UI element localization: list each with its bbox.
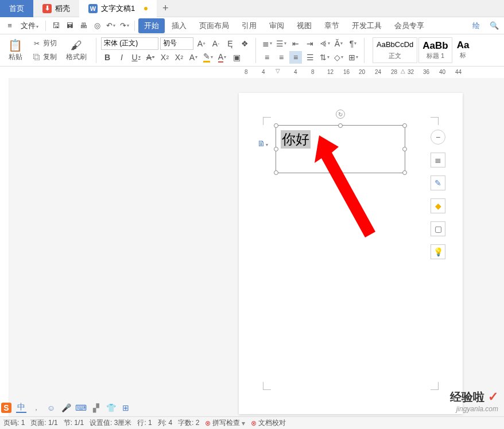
textbox[interactable]: ↻ 你好	[276, 125, 405, 173]
status-page[interactable]: 页面: 1/1	[30, 418, 57, 428]
emoji-icon[interactable]: ☺	[46, 403, 56, 413]
hamburger-icon[interactable]: ≡	[3, 20, 16, 32]
shading-button[interactable]: ◇▾	[332, 51, 345, 64]
right-indent-marker-icon[interactable]: △	[401, 68, 405, 74]
format-painter-button[interactable]: 🖌 格式刷	[61, 37, 91, 64]
resize-handle[interactable]	[402, 123, 407, 128]
style-heading2[interactable]: Aa 标	[453, 37, 473, 63]
sort-button[interactable]: Ă▾	[332, 37, 345, 50]
resize-handle[interactable]	[274, 147, 278, 151]
save-as-icon[interactable]: 🖬	[63, 20, 76, 32]
numbered-list-button[interactable]: ☰▾	[275, 37, 288, 50]
char-border-button[interactable]: ▣	[230, 51, 243, 64]
fill-button[interactable]: ◆	[431, 198, 445, 213]
align-left-button[interactable]: ≡	[261, 51, 273, 64]
text-effects-button[interactable]: A▾	[187, 51, 200, 64]
status-page-no[interactable]: 页码: 1	[3, 418, 25, 428]
bullet-list-button[interactable]: ≣▾	[261, 37, 273, 50]
print-icon[interactable]: 🖶	[77, 20, 90, 32]
ideas-button[interactable]: 💡	[431, 244, 445, 259]
subscript-button[interactable]: X2	[173, 51, 185, 64]
resize-handle[interactable]	[274, 123, 278, 128]
paste-button[interactable]: 📋 粘贴	[3, 37, 27, 64]
copy-button[interactable]: ⿻复制	[29, 51, 59, 64]
resize-handle[interactable]	[402, 147, 407, 151]
font-family-select[interactable]	[101, 37, 158, 50]
collapse-button[interactable]: −	[431, 130, 445, 145]
shape-button[interactable]: ▢	[431, 221, 445, 236]
status-spellcheck[interactable]: ⊗拼写检查▾	[205, 418, 245, 428]
menu-page-layout[interactable]: 页面布局	[193, 18, 235, 33]
menu-insert[interactable]: 插入	[166, 18, 192, 33]
tab-settings-button[interactable]: ⫷▾	[318, 37, 331, 50]
logo-icon[interactable]: S	[1, 403, 11, 413]
highlight-button[interactable]: ✎▾	[201, 51, 214, 64]
bold-button[interactable]: B	[101, 51, 114, 64]
underline-button[interactable]: U▾	[130, 51, 142, 64]
status-chars[interactable]: 字数: 2	[178, 418, 199, 428]
tab-home[interactable]: 首页	[0, 0, 33, 17]
print-preview-icon[interactable]: ◎	[91, 20, 103, 32]
tab-docer[interactable]: ⬇ 稻壳	[33, 0, 79, 17]
undo-icon[interactable]: ↶▾	[104, 20, 117, 32]
borders-button[interactable]: ⊞▾	[347, 51, 359, 64]
redo-icon[interactable]: ↷▾	[118, 20, 131, 32]
menu-view[interactable]: 视图	[291, 18, 317, 33]
menu-dev-tools[interactable]: 开发工具	[346, 18, 387, 33]
menu-start[interactable]: 开始	[138, 18, 165, 33]
menu-draw[interactable]: 绘	[467, 18, 486, 33]
cut-button[interactable]: ✂剪切	[29, 37, 59, 50]
save-icon[interactable]: 🖫	[49, 20, 62, 32]
document-scroll[interactable]: 🗎▾ ↻ 你好 − ≣ ✎ ◆ ▢ 💡	[9, 78, 504, 416]
menu-member[interactable]: 会员专享	[389, 18, 430, 33]
tshirt-icon[interactable]: 👕	[106, 403, 116, 413]
keyboard-icon[interactable]: ⌨	[76, 403, 86, 413]
italic-button[interactable]: I	[115, 51, 128, 64]
superscript-button[interactable]: X2	[158, 51, 171, 64]
resize-handle[interactable]	[402, 170, 407, 175]
font-color-button[interactable]: A▾	[216, 51, 228, 64]
outline-button[interactable]: ✎	[431, 176, 445, 190]
status-row[interactable]: 行: 1	[137, 418, 152, 428]
strikethrough-button[interactable]: A▾	[144, 51, 157, 64]
rotate-handle-icon[interactable]: ↻	[336, 110, 345, 119]
status-proof[interactable]: ⊗文档校对	[251, 418, 286, 428]
decrease-font-button[interactable]: A-	[210, 37, 222, 50]
align-justify-button[interactable]: ☰	[304, 51, 316, 64]
tab-document[interactable]: W 文字文稿1	[79, 0, 157, 17]
document-page[interactable]: 🗎▾ ↻ 你好 − ≣ ✎ ◆ ▢ 💡	[239, 93, 463, 414]
menu-file[interactable]: 文件▾	[17, 21, 42, 31]
font-size-select[interactable]	[160, 37, 193, 50]
increase-font-button[interactable]: A+	[195, 37, 208, 50]
line-spacing-button[interactable]: ⇅▾	[318, 51, 331, 64]
increase-indent-button[interactable]: ⇥	[304, 37, 316, 50]
indent-marker-icon[interactable]: ▽	[276, 68, 280, 74]
clear-format-button[interactable]: ❖	[238, 37, 251, 50]
status-col[interactable]: 列: 4	[158, 418, 172, 428]
layout-options-icon[interactable]: 🗎▾	[257, 139, 268, 148]
toolbox-icon[interactable]: ⊞	[121, 403, 131, 413]
wrap-text-button[interactable]: ≣	[431, 153, 445, 167]
textbox-content[interactable]: 你好	[281, 130, 311, 149]
microphone-icon[interactable]: 🎤	[61, 403, 71, 413]
add-tab-button[interactable]: +	[157, 2, 174, 14]
menu-review[interactable]: 审阅	[263, 18, 290, 33]
resize-handle[interactable]	[338, 170, 343, 175]
menu-references[interactable]: 引用	[236, 18, 262, 33]
decrease-indent-button[interactable]: ⇤	[289, 37, 302, 50]
search-icon[interactable]: 🔍	[488, 20, 501, 32]
horizontal-ruler[interactable]: 8 4 ▽ 4 8 12 16 20 24 28 △ 32 36 40 44	[241, 67, 504, 78]
resize-handle[interactable]	[338, 123, 343, 128]
resize-handle[interactable]	[274, 170, 278, 175]
style-normal[interactable]: AaBbCcDd 正文	[373, 37, 417, 63]
menu-chapter[interactable]: 章节	[319, 18, 345, 33]
change-case-button[interactable]: Ę	[224, 37, 237, 50]
punctuation-icon[interactable]: ，	[31, 403, 41, 413]
status-section[interactable]: 节: 1/1	[64, 418, 84, 428]
style-heading1[interactable]: AaBb 标题 1	[418, 37, 452, 63]
align-center-button[interactable]: ≡	[275, 51, 288, 64]
show-marks-button[interactable]: ¶▾	[347, 37, 359, 50]
ime-button[interactable]: 中	[16, 403, 26, 413]
skin-icon[interactable]: ▞	[91, 403, 101, 413]
status-setting[interactable]: 设置值: 3厘米	[90, 418, 131, 428]
